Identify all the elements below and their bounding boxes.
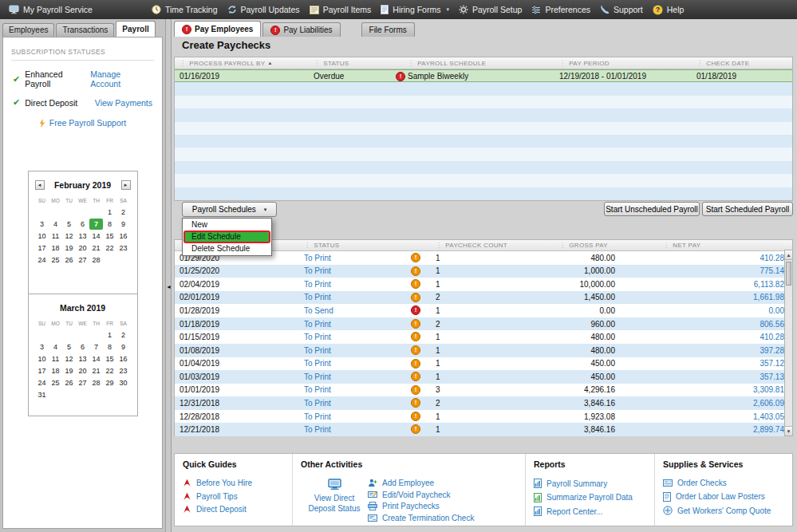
link-item-view-direct-deposit-status[interactable]: View Direct Deposit Status xyxy=(301,472,368,525)
recent-payroll-row[interactable]: 01/15/2019To Print!1480.00410.28 xyxy=(175,330,792,344)
status-link[interactable]: To Print xyxy=(304,330,331,344)
calendar-day[interactable]: 10 xyxy=(35,231,49,242)
calendar-day[interactable]: 1 xyxy=(103,329,116,341)
calendar-day[interactable]: 26 xyxy=(62,377,76,388)
column-header-gross-pay[interactable]: GROSS PAY xyxy=(559,240,608,250)
status-link[interactable]: To Print xyxy=(304,291,331,305)
calendar-day[interactable]: 8 xyxy=(103,219,116,230)
calendar-day[interactable]: 22 xyxy=(103,365,116,376)
payroll-schedules-button[interactable]: Payroll Schedules ▾ xyxy=(182,202,277,217)
calendar-day[interactable]: 30 xyxy=(116,377,130,388)
calendar-day[interactable]: 28 xyxy=(89,377,103,388)
calendar-day[interactable]: 1 xyxy=(103,207,116,218)
calendar-day[interactable]: 4 xyxy=(49,219,62,230)
recent-payroll-row[interactable]: 12/21/2018To Print!13,846.162,899.74 xyxy=(175,423,792,436)
link-item-edit-void-paycheck[interactable]: Edit/Void Paycheck xyxy=(368,491,520,499)
status-link[interactable]: To Print xyxy=(304,410,331,424)
status-link[interactable]: To Print xyxy=(304,278,331,291)
calendar-day[interactable]: 5 xyxy=(62,341,76,353)
column-header-process-payroll-by[interactable]: PROCESS PAYROLL BY▲ xyxy=(180,57,273,69)
calendar-day[interactable]: 19 xyxy=(62,242,76,254)
status-link[interactable]: To Print xyxy=(304,370,331,384)
menu-item-edit-schedule[interactable]: Edit Schedule xyxy=(183,231,270,243)
menu-item-new[interactable]: New xyxy=(183,219,270,231)
start-unscheduled-payroll-button[interactable]: Start Unscheduled Payroll xyxy=(604,202,700,216)
sidebar-collapse-handle[interactable]: ◄ xyxy=(166,284,172,290)
calendar-day[interactable]: 13 xyxy=(76,353,89,365)
recent-payroll-row[interactable]: 02/01/2019To Print!21,450.001,661.98 xyxy=(175,291,792,305)
column-header-check-date[interactable]: CHECK DATE xyxy=(696,57,749,69)
calendar-day[interactable]: 11 xyxy=(49,231,62,242)
topbar-item-preferences[interactable]: Preferences xyxy=(527,0,595,19)
calendar-day[interactable]: 28 xyxy=(89,254,103,266)
calendar-day[interactable]: 18 xyxy=(49,365,62,376)
calendar-day[interactable]: 17 xyxy=(35,242,49,254)
status-link[interactable]: To Print xyxy=(304,265,331,278)
calendar-day[interactable]: 16 xyxy=(116,231,130,242)
calendar-day[interactable]: 5 xyxy=(62,219,76,230)
topbar-item-payroll-setup[interactable]: Payroll Setup xyxy=(454,0,527,19)
calendar-day[interactable]: 13 xyxy=(76,231,89,242)
recent-payroll-row[interactable]: 12/28/2018To Print!11,923.081,403.05 xyxy=(175,410,792,424)
status-link[interactable]: To Print xyxy=(304,344,331,357)
link-item-print-paychecks[interactable]: Print Paychecks xyxy=(368,502,520,510)
recent-payroll-row[interactable]: 01/18/2019To Print!2960.00806.56 xyxy=(175,317,792,331)
link-item-direct-deposit[interactable]: Direct Deposit xyxy=(183,505,287,514)
calendar-day[interactable]: 12 xyxy=(62,231,76,242)
scroll-up-button[interactable]: ▲ xyxy=(785,250,792,260)
link-item-before-you-hire[interactable]: Before You Hire xyxy=(183,479,287,487)
calendar-day[interactable]: 3 xyxy=(35,341,49,353)
calendar-day[interactable]: 2 xyxy=(116,329,130,341)
status-link[interactable]: To Print xyxy=(304,423,331,436)
subscription-link-view-payments[interactable]: View Payments xyxy=(95,98,152,108)
calendar-day-selected[interactable]: 7 xyxy=(89,219,103,230)
paycheck-row[interactable]: 01/16/2019Overdue!Sample Biweekly12/19/2… xyxy=(175,69,792,82)
calendar-day[interactable]: 27 xyxy=(76,254,89,266)
vertical-scrollbar[interactable]: ▲ ▼ xyxy=(784,250,793,436)
calendar-day[interactable]: 8 xyxy=(103,341,116,353)
link-item-add-employee[interactable]: Add Employee xyxy=(368,479,520,487)
calendar-day[interactable]: 20 xyxy=(76,365,89,376)
free-payroll-support[interactable]: Free Payroll Support xyxy=(3,118,162,128)
recent-payroll-row[interactable]: 01/28/2019To Send!10.000.00 xyxy=(175,304,792,317)
calendar-day[interactable]: 19 xyxy=(62,365,76,376)
status-link[interactable]: To Print xyxy=(304,317,331,331)
calendar-day[interactable]: 18 xyxy=(49,242,62,254)
calendar-day[interactable]: 12 xyxy=(62,353,76,365)
calendar-day[interactable]: 24 xyxy=(35,377,49,388)
calendar-day[interactable]: 27 xyxy=(76,377,89,388)
link-item-summarize-payroll-data[interactable]: Summarize Payroll Data xyxy=(534,493,649,502)
topbar-item-hiring-forms[interactable]: Hiring Forms▾ xyxy=(376,0,454,19)
recent-payroll-row[interactable]: 12/31/2018To Print!23,846.162,606.09 xyxy=(175,396,792,410)
link-item-order-labor-law-posters[interactable]: Order Labor Law Posters xyxy=(663,492,787,502)
scroll-down-button[interactable]: ▼ xyxy=(785,426,792,435)
start-scheduled-payroll-button[interactable]: Start Scheduled Payroll xyxy=(702,202,793,216)
calendar-day[interactable]: 15 xyxy=(103,231,116,242)
calendar-day[interactable]: 31 xyxy=(35,389,49,400)
link-item-payroll-tips[interactable]: Payroll Tips xyxy=(183,492,287,501)
calendar-day[interactable]: 17 xyxy=(35,365,49,376)
topbar-item-payroll-updates[interactable]: Payroll Updates xyxy=(223,0,305,19)
link-item-get-workers-comp-quote[interactable]: Get Workers' Comp Quote xyxy=(663,506,787,515)
calendar-day[interactable]: 23 xyxy=(116,242,130,254)
sidebar-splitter[interactable]: ◄ xyxy=(165,19,172,532)
calendar-day[interactable]: 4 xyxy=(49,341,62,353)
link-item-report-center[interactable]: Report Center... xyxy=(534,506,649,516)
topbar-item-payroll-items[interactable]: Payroll Items xyxy=(305,0,377,19)
calendar-day[interactable]: 9 xyxy=(116,219,130,230)
scrollbar-thumb[interactable] xyxy=(786,262,791,286)
column-header-pay-period[interactable]: PAY PERIOD xyxy=(559,57,610,69)
topbar-item-support[interactable]: Support xyxy=(595,0,648,19)
calendar-day[interactable]: 11 xyxy=(49,353,62,365)
tab-pay-liabilities[interactable]: !Pay Liabilities xyxy=(262,22,340,37)
subscription-link-manage-account[interactable]: Manage Account xyxy=(90,69,152,89)
recent-payroll-row[interactable]: 01/04/2019To Print!1450.00357.12 xyxy=(175,357,792,371)
calendar-day[interactable]: 6 xyxy=(76,219,89,230)
recent-payroll-row[interactable]: 01/25/2020To Print!11,000.00775.14 xyxy=(175,265,792,278)
status-link[interactable]: To Print xyxy=(304,384,331,397)
calendar-day[interactable]: 6 xyxy=(76,341,89,353)
recent-payroll-row[interactable]: 01/08/2019To Print!1480.00397.28 xyxy=(175,344,792,357)
calendar-day[interactable]: 26 xyxy=(62,254,76,266)
column-header-status[interactable]: STATUS xyxy=(304,240,339,250)
calendar-day[interactable]: 25 xyxy=(49,377,62,388)
